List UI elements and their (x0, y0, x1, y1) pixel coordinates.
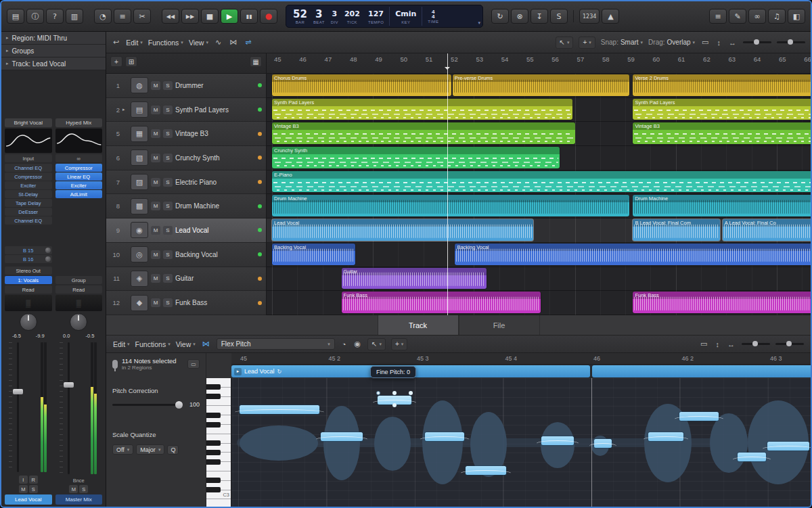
vertical-zoom-slider[interactable] (743, 41, 771, 43)
track-header[interactable]: 11◈MSGuitar (106, 267, 266, 292)
stereo-format-slot[interactable]: ∞ (55, 154, 103, 162)
flex-icon[interactable]: ⇌ (244, 38, 252, 47)
region[interactable]: Crunchy Synth (272, 147, 560, 168)
mute-button[interactable]: M (151, 178, 160, 187)
track-lane[interactable]: Guitar (267, 267, 811, 292)
region[interactable]: Drum Machine (272, 195, 629, 216)
horizontal-zoom-icon[interactable]: ↔ (727, 39, 738, 47)
track-header[interactable]: 7▨MSElectric Piano (106, 170, 266, 195)
send-slot[interactable]: B 16 (5, 255, 52, 263)
mute-button[interactable]: M (151, 106, 160, 114)
flex-pitch-note[interactable] (594, 439, 612, 448)
solo-button[interactable]: S (163, 298, 173, 307)
flex-pitch-note[interactable] (679, 412, 719, 421)
track-header-config-button[interactable]: ▦ (250, 56, 262, 67)
media-browser-icon[interactable]: ♫ (768, 9, 786, 24)
send-knob[interactable] (45, 248, 51, 253)
solo-button[interactable]: S (79, 485, 88, 493)
flex-pitch-note[interactable] (767, 442, 809, 451)
flex-pitch-note[interactable] (738, 453, 766, 461)
track-lane[interactable]: Synth Pad LayersSynth Pad Layers (267, 98, 811, 122)
replace-icon[interactable]: ⊗ (511, 9, 528, 24)
plugin-slot[interactable]: Linear EQ (55, 172, 103, 181)
track-lane[interactable]: Vintage B3Vintage B3 (267, 122, 811, 146)
library-icon[interactable]: ▤ (7, 9, 24, 24)
editors-icon[interactable]: ✂ (133, 9, 151, 24)
waveform-zoom-icon[interactable]: ▭ (700, 38, 710, 47)
track-lane[interactable]: Funk BassFunk Bass (267, 291, 811, 315)
pause-button[interactable]: ▮▮ (240, 9, 258, 24)
solo-button[interactable]: S (163, 81, 173, 90)
tab-file[interactable]: File (459, 315, 540, 335)
region-toggle-button[interactable]: ▭ (187, 359, 200, 369)
automation-icon[interactable]: ∿ (214, 38, 223, 47)
region[interactable]: Backing Vocal (455, 244, 811, 265)
track-header[interactable]: 8▩MSDrum Machine (106, 194, 266, 218)
scale-quantize-scale-select[interactable]: Major ▾ (136, 444, 164, 455)
region[interactable]: Drum Machine (633, 195, 811, 216)
slider-handle[interactable] (752, 341, 758, 346)
lcd-chevron-icon[interactable]: ▾ (478, 20, 480, 26)
track-image-thumbnail[interactable]: ▒ (55, 295, 103, 311)
lcd-display[interactable]: 52 BAR 3 BEAT 3 DIV 202 TICK 127 TEMP (286, 5, 483, 28)
strip-setting-button[interactable]: Bright Vocal (5, 118, 52, 127)
waveform-zoom-icon[interactable]: ▭ (699, 340, 708, 348)
region[interactable]: Backing Vocal (272, 244, 355, 265)
mute-button[interactable]: M (151, 129, 160, 138)
output-slot[interactable]: Stereo Out (5, 267, 52, 275)
flex-pitch-note[interactable] (541, 436, 574, 445)
input-slot[interactable]: Input (5, 154, 52, 162)
disclosure-triangle-icon[interactable]: ▸ (122, 107, 128, 112)
quantize-button[interactable]: Q (167, 445, 179, 455)
mute-button[interactable]: M (151, 226, 160, 235)
plugin-slot[interactable]: DeEsser (5, 208, 52, 216)
solo-button[interactable]: S (163, 129, 173, 138)
slider-handle[interactable] (175, 401, 183, 409)
forward-button[interactable]: ▶▶ (181, 9, 199, 24)
editor-vertical-zoom-slider[interactable] (742, 343, 770, 345)
automation-mode-slot[interactable]: Read (55, 285, 103, 294)
piano-black-key[interactable] (206, 487, 221, 492)
region[interactable]: Lead Vocal (272, 219, 533, 241)
functions-menu[interactable]: Functions ▾ (148, 39, 183, 47)
track-inspector-header[interactable]: ▸ Track: Lead Vocal (1, 57, 106, 70)
track-lane[interactable]: Crunchy Synth (267, 146, 811, 170)
send-slot[interactable]: B 15 (5, 246, 52, 254)
mute-button[interactable]: M (151, 250, 160, 259)
plugin-slot[interactable]: Compressor (5, 172, 52, 181)
editor-view-menu[interactable]: View ▾ (176, 340, 196, 348)
region-inspector-header[interactable]: ▸ Region: MIDI Thru (1, 32, 106, 45)
flex-pitch-note[interactable] (378, 396, 411, 405)
region[interactable]: B Lead Vocal: Final Com (633, 219, 720, 241)
bar-ruler[interactable]: 4546474849505152535455565758596061626364… (267, 53, 811, 73)
region[interactable]: Pre-verse Drums (453, 74, 629, 96)
horizontal-zoom-icon[interactable]: ↔ (726, 340, 736, 348)
fader-handle[interactable] (13, 389, 23, 394)
region[interactable]: Synth Pad Layers (633, 99, 811, 120)
midi-in-icon[interactable]: ◉ (353, 340, 362, 348)
mute-button[interactable]: M (151, 154, 160, 162)
solo-mode-icon[interactable]: S (550, 9, 568, 24)
piano-black-key[interactable] (206, 394, 221, 399)
autopunch-icon[interactable]: ↧ (531, 9, 548, 24)
track-image-thumbnail[interactable]: ▒ (5, 295, 52, 311)
smart-controls-icon[interactable]: ◔ (94, 9, 112, 24)
mute-button[interactable]: M (151, 202, 160, 210)
track-lane[interactable]: Lead VocalB Lead Vocal: Final ComA Lead … (267, 218, 811, 243)
track-header[interactable]: 1◍MSDrummer (106, 74, 266, 98)
mute-button[interactable]: M (19, 485, 28, 493)
playhead[interactable] (447, 53, 448, 315)
solo-button[interactable]: S (163, 202, 173, 210)
region[interactable]: Vintage B3 (633, 122, 811, 144)
flex-pitch-note[interactable] (648, 432, 683, 441)
region[interactable]: E-Piano (272, 171, 811, 193)
note-pads-icon[interactable]: ✎ (729, 9, 746, 24)
editor-region-2[interactable] (592, 365, 811, 377)
flex-pitch-note[interactable] (240, 405, 319, 414)
browsers-icon[interactable]: ◧ (788, 9, 805, 24)
pan-knob[interactable] (70, 313, 87, 331)
piano-black-key[interactable] (206, 450, 221, 455)
piano-white-key[interactable] (206, 499, 231, 507)
stop-button[interactable]: ■ (201, 9, 219, 24)
snap-menu[interactable]: Snap: Smart ▾ (601, 39, 643, 46)
